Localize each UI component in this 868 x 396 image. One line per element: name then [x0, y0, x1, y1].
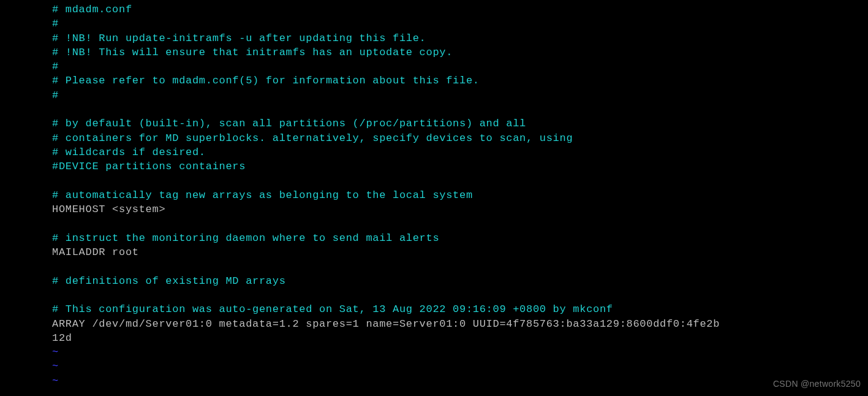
config-line: HOMEHOST <system>: [52, 202, 720, 216]
watermark-text: CSDN @network5250: [773, 377, 861, 391]
config-line: 12d: [52, 331, 720, 345]
comment-line: # by default (built-in), scan all partit…: [52, 116, 720, 131]
comment-line: # containers for MD superblocks. alterna…: [52, 131, 720, 145]
config-line: [52, 288, 720, 302]
config-line: [52, 259, 720, 273]
config-line: [52, 174, 720, 188]
comment-line: # Please refer to mdadm.conf(5) for info…: [52, 74, 720, 88]
comment-line: #: [52, 88, 720, 102]
config-line: MAILADDR root: [52, 245, 720, 259]
empty-line-tilde: ~: [52, 359, 720, 373]
comment-line: #: [52, 59, 720, 74]
comment-line: #DEVICE partitions containers: [52, 159, 720, 173]
comment-line: #: [52, 17, 720, 31]
comment-line: # instruct the monitoring daemon where t…: [52, 231, 720, 245]
comment-line: # wildcards if desired.: [52, 145, 720, 159]
empty-line-tilde: ~: [52, 345, 720, 359]
comment-line: # mdadm.conf: [52, 2, 720, 17]
comment-line: # !NB! This will ensure that initramfs h…: [52, 45, 720, 59]
empty-line-tilde: ~: [52, 374, 720, 388]
comment-line: # This configuration was auto-generated …: [52, 302, 720, 316]
config-line: [52, 216, 720, 230]
comment-line: # definitions of existing MD arrays: [52, 274, 720, 288]
comment-line: # automatically tag new arrays as belong…: [52, 188, 720, 202]
comment-line: # !NB! Run update-initramfs -u after upd…: [52, 31, 720, 45]
config-line: ARRAY /dev/md/Server01:0 metadata=1.2 sp…: [52, 317, 720, 331]
terminal-editor[interactable]: # mdadm.conf## !NB! Run update-initramfs…: [52, 2, 720, 388]
config-line: [52, 102, 720, 116]
